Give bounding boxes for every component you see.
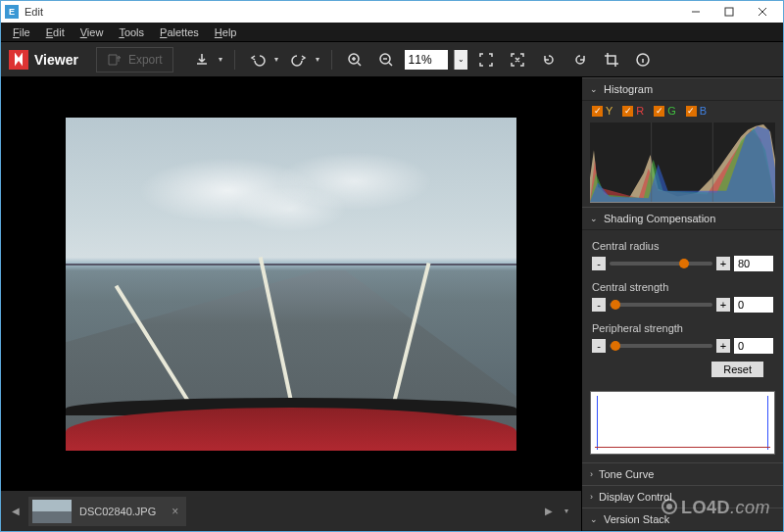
export-icon — [107, 52, 122, 68]
app-logo-icon — [9, 50, 28, 70]
menu-help[interactable]: Help — [207, 24, 245, 40]
display-control-title: Display Control — [599, 491, 672, 503]
zoom-dropdown[interactable]: ⌄ — [454, 50, 467, 70]
undo-button[interactable] — [245, 47, 270, 73]
peripheral-strength-increment[interactable]: + — [716, 339, 730, 353]
peripheral-strength-label: Peripheral strength — [592, 322, 773, 334]
separator — [234, 50, 235, 70]
peripheral-strength-decrement[interactable]: - — [592, 339, 606, 353]
central-strength-increment[interactable]: + — [716, 298, 730, 312]
histogram-b-checkbox[interactable]: ✓B — [686, 105, 707, 117]
histogram-g-checkbox[interactable]: ✓G — [654, 105, 676, 117]
filmstrip-close-icon[interactable]: × — [172, 505, 178, 518]
menu-tools[interactable]: Tools — [111, 24, 152, 40]
version-stack-header[interactable]: ⌄ Version Stack — [582, 508, 783, 531]
titlebar: E Edit — [1, 1, 783, 23]
redo-button[interactable] — [286, 47, 312, 73]
central-strength-decrement[interactable]: - — [592, 298, 606, 312]
peripheral-strength-value[interactable]: 0 — [734, 338, 773, 354]
central-radius-increment[interactable]: + — [716, 257, 730, 270]
central-radius-label: Central radius — [592, 240, 773, 252]
histogram-plot — [590, 122, 775, 203]
filmstrip-filename: DSC02840.JPG — [79, 506, 156, 517]
save-dropdown[interactable]: ▾ — [219, 55, 222, 64]
thumbnail-image — [32, 500, 72, 523]
central-strength-label: Central strength — [592, 281, 773, 293]
version-stack-title: Version Stack — [604, 513, 669, 525]
filmstrip-tab[interactable]: DSC02840.JPG × — [28, 497, 186, 526]
chevron-down-icon: ⌄ — [590, 514, 598, 524]
menu-edit[interactable]: Edit — [38, 24, 73, 40]
window-title: Edit — [24, 6, 679, 18]
tone-curve-title: Tone Curve — [599, 468, 654, 480]
undo-dropdown[interactable]: ▾ — [274, 55, 278, 64]
rotate-left-button[interactable] — [536, 47, 562, 73]
histogram-header[interactable]: ⌄ Histogram — [582, 77, 783, 101]
canvas-viewport[interactable] — [1, 77, 581, 490]
zoom-input[interactable]: 11% — [405, 50, 448, 70]
menu-palettes[interactable]: Palettes — [152, 24, 207, 40]
chevron-right-icon: › — [590, 469, 593, 479]
zoom-out-button[interactable] — [373, 47, 399, 73]
rotate-right-button[interactable] — [567, 47, 593, 73]
filmstrip-prev-button[interactable]: ◀ — [7, 497, 24, 526]
filmstrip-menu-button[interactable]: ▾ — [558, 507, 575, 515]
central-strength-slider[interactable] — [610, 303, 712, 307]
export-label: Export — [128, 53, 163, 67]
menu-view[interactable]: View — [73, 24, 112, 40]
zoom-in-button[interactable] — [342, 47, 368, 73]
shading-reset-button[interactable]: Reset — [711, 362, 763, 377]
minimize-button[interactable] — [679, 2, 712, 22]
maximize-button[interactable] — [712, 2, 746, 22]
export-button[interactable]: Export — [96, 47, 173, 73]
crop-button[interactable] — [599, 47, 624, 73]
svg-rect-1 — [725, 8, 733, 16]
peripheral-strength-slider[interactable] — [610, 344, 712, 348]
save-button[interactable] — [189, 47, 215, 73]
display-control-header[interactable]: › Display Control — [582, 485, 783, 508]
central-radius-value[interactable]: 80 — [734, 256, 773, 271]
actual-size-button[interactable] — [505, 47, 530, 73]
filmstrip: ◀ DSC02840.JPG × ▶ ▾ — [1, 490, 581, 531]
chevron-down-icon: ⌄ — [590, 214, 598, 223]
histogram-title: Histogram — [604, 83, 653, 95]
central-strength-value[interactable]: 0 — [734, 297, 773, 313]
mode-label: Viewer — [34, 52, 78, 68]
separator — [331, 50, 332, 70]
right-panel: ⌄ Histogram ✓Y ✓R ✓G ✓B — [581, 77, 783, 531]
image-preview — [66, 118, 516, 451]
chevron-down-icon: ⌄ — [590, 84, 598, 94]
shading-header[interactable]: ⌄ Shading Compensation — [582, 207, 783, 230]
redo-dropdown[interactable]: ▾ — [316, 55, 319, 64]
menu-file[interactable]: File — [5, 24, 38, 40]
shading-title: Shading Compensation — [604, 213, 715, 224]
close-button[interactable] — [746, 2, 779, 22]
chevron-right-icon: › — [590, 492, 593, 502]
app-icon: E — [5, 5, 19, 19]
menu-bar: File Edit View Tools Palettes Help — [1, 23, 783, 42]
shading-curve-preview — [590, 391, 775, 455]
fit-screen-button[interactable] — [473, 47, 499, 73]
tone-curve-header[interactable]: › Tone Curve — [582, 462, 783, 485]
filmstrip-next-button[interactable]: ▶ — [540, 497, 558, 526]
histogram-y-checkbox[interactable]: ✓Y — [592, 105, 612, 117]
toolbar: Viewer Export ▾ ▾ ▾ 11% ⌄ — [1, 42, 783, 77]
histogram-r-checkbox[interactable]: ✓R — [622, 105, 644, 117]
central-radius-slider[interactable] — [610, 262, 712, 266]
info-button[interactable] — [630, 47, 656, 73]
central-radius-decrement[interactable]: - — [592, 257, 606, 270]
